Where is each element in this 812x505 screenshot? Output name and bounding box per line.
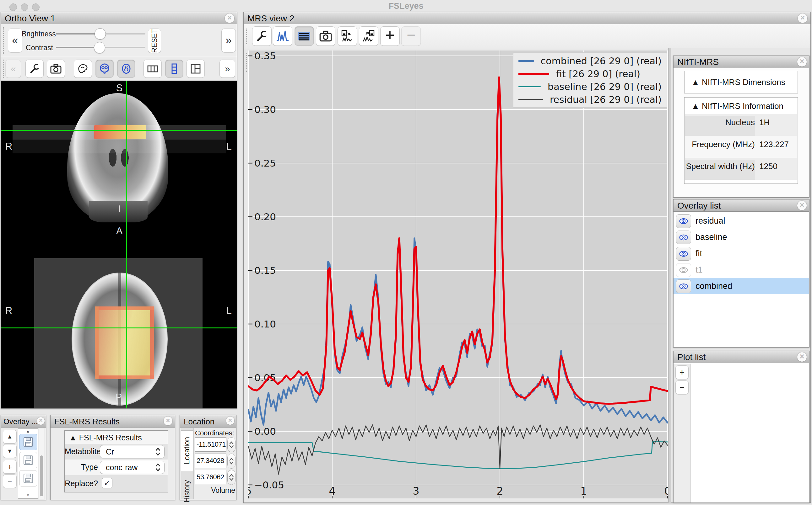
- crosshair-horizontal-coronal: [1, 130, 237, 131]
- coordinate-y-stepper[interactable]: [227, 454, 235, 469]
- close-icon[interactable]: ×: [797, 201, 807, 210]
- plot-list-header[interactable]: Plot list ×: [674, 351, 809, 363]
- toolbar-collapse-right-button[interactable]: »: [221, 28, 236, 52]
- overlay-row-t1[interactable]: t1: [674, 262, 809, 278]
- toggle-coronal-button[interactable]: [96, 59, 114, 78]
- tab-history[interactable]: History: [181, 472, 193, 505]
- replace-checkbox[interactable]: ✓: [102, 478, 112, 488]
- visibility-toggle[interactable]: [676, 280, 691, 293]
- plot-settings-button[interactable]: [252, 26, 271, 46]
- view-settings-button[interactable]: [25, 59, 44, 78]
- coordinate-x-field[interactable]: -11.51071: [195, 437, 226, 452]
- nifti-information-box[interactable]: ▲ NIfTI-MRS Information Nucleus 1H Frequ…: [684, 97, 798, 184]
- brightness-slider-handle[interactable]: [95, 28, 106, 39]
- overlay-row-combined[interactable]: combined: [674, 278, 809, 294]
- metabolite-select[interactable]: Cr: [100, 445, 164, 458]
- spectrum-plot[interactable]: 0.350.300.250.200.150.100.050.00−0.05543…: [248, 50, 668, 498]
- nifti-dimensions-box[interactable]: ▲ NIfTI-MRS Dimensions: [684, 71, 798, 94]
- contrast-slider-handle[interactable]: [94, 42, 105, 53]
- visibility-toggle[interactable]: [676, 214, 691, 228]
- close-icon[interactable]: ×: [797, 57, 807, 66]
- overlay-list-toggle-button[interactable]: [295, 26, 314, 46]
- spectrum-control-button[interactable]: [273, 26, 292, 46]
- add-plot-button[interactable]: +: [380, 26, 400, 46]
- plot-screenshot-button[interactable]: [316, 26, 335, 46]
- close-icon[interactable]: ×: [226, 416, 234, 425]
- layout-vertical-button[interactable]: [165, 59, 184, 78]
- overlay-item-label[interactable]: baseline: [696, 229, 727, 245]
- chevron-down-icon: [229, 445, 234, 449]
- location-header[interactable]: Location ×: [180, 415, 236, 428]
- import-data-series-button[interactable]: [338, 26, 357, 46]
- coordinate-x-stepper[interactable]: [227, 437, 235, 452]
- overlay-item-label[interactable]: t1: [696, 262, 703, 278]
- remove-plot-button[interactable]: −: [401, 26, 421, 46]
- layout-grid-button[interactable]: [187, 59, 205, 78]
- toolbar-grip-handle[interactable]: [3, 27, 6, 54]
- close-icon[interactable]: ×: [225, 13, 234, 23]
- nifti-dimensions-header[interactable]: ▲ NIfTI-MRS Dimensions: [691, 77, 785, 87]
- coordinate-y-field[interactable]: 27.34028: [195, 454, 226, 468]
- scroll-down-icon[interactable]: ▼: [18, 493, 38, 497]
- add-plot-list-button[interactable]: +: [675, 365, 689, 379]
- overlay-item-label[interactable]: residual: [696, 213, 725, 229]
- coordinate-z-field[interactable]: 53.76062: [195, 470, 226, 484]
- fsl-mrs-header[interactable]: FSL-MRS Results ×: [50, 415, 175, 428]
- metabolite-value: Cr: [100, 447, 155, 456]
- overlay-list-header[interactable]: Overlay list ×: [674, 199, 809, 212]
- mrs-voxel-overlay-axial: [95, 307, 154, 379]
- voxel-slab-band-lower: [13, 140, 226, 153]
- ortho-panel-header[interactable]: Ortho View 1 ×: [1, 12, 237, 24]
- mrs-panel-header[interactable]: MRS view 2 ×: [244, 12, 810, 24]
- scroll-up-icon[interactable]: ▲: [18, 429, 38, 434]
- overlay-display-header[interactable]: Overlay ... ×: [1, 415, 46, 428]
- toggle-axial-button[interactable]: [117, 59, 135, 78]
- type-select[interactable]: conc-raw: [100, 461, 164, 474]
- nifti-information-header[interactable]: ▲ NIfTI-MRS Information: [691, 101, 784, 111]
- toolbar-grip-handle[interactable]: [246, 28, 249, 44]
- reset-button[interactable]: RESET: [148, 28, 161, 53]
- save-overlay-item-selected[interactable]: [19, 434, 37, 450]
- toggle-sagittal-button[interactable]: [74, 59, 92, 78]
- scrollbar-thumb[interactable]: [40, 456, 43, 496]
- save-overlay-item[interactable]: [19, 452, 37, 468]
- close-icon[interactable]: ×: [163, 416, 172, 425]
- history-back-button[interactable]: «: [5, 59, 21, 78]
- close-icon[interactable]: ×: [797, 352, 807, 362]
- overlay-add-button[interactable]: +: [3, 460, 17, 474]
- overlay-row-baseline[interactable]: baseline: [674, 229, 809, 245]
- overlay-down-button[interactable]: ▼: [3, 444, 17, 458]
- fsl-mrs-section-header[interactable]: ▲ FSL-MRS Results: [69, 433, 142, 442]
- remove-plot-list-button[interactable]: −: [675, 380, 689, 394]
- toolbar-collapse-right-button[interactable]: »: [220, 59, 235, 78]
- overlay-remove-button[interactable]: −: [3, 474, 17, 488]
- overlay-up-button[interactable]: ▲: [3, 430, 17, 444]
- export-data-series-button[interactable]: [359, 26, 378, 46]
- visibility-toggle[interactable]: [676, 230, 691, 244]
- toolbar-collapse-left-button[interactable]: «: [8, 28, 22, 52]
- close-icon[interactable]: ×: [798, 13, 807, 23]
- visibility-toggle[interactable]: [676, 263, 691, 277]
- info-row-nucleus: Nucleus 1H: [685, 114, 797, 136]
- nifti-panel-header[interactable]: NIfTI-MRS ×: [674, 56, 809, 68]
- panel-sash[interactable]: [668, 48, 671, 503]
- screenshot-button[interactable]: [47, 59, 65, 78]
- up-arrow-icon: ▲: [7, 434, 13, 440]
- overlay-row-fit[interactable]: fit: [674, 245, 809, 262]
- visibility-toggle[interactable]: [676, 247, 691, 261]
- overlay-display-panel: Overlay ... × ▲ ▼ + − ▲ ▼: [1, 415, 46, 500]
- legend-item-residual: residual [26 29 0] (real): [513, 93, 667, 106]
- tab-location[interactable]: Location: [181, 430, 193, 471]
- overlay-list-scrollbar[interactable]: [39, 429, 44, 499]
- close-icon[interactable]: ×: [37, 417, 44, 425]
- spectrum-icon: [276, 30, 289, 42]
- overlay-item-label[interactable]: combined: [696, 278, 732, 294]
- save-overlay-item[interactable]: [19, 470, 37, 487]
- ortho-view-panel: Ortho View 1 × « Brightness Contrast RES…: [1, 12, 237, 409]
- layout-horizontal-button[interactable]: [143, 59, 162, 78]
- svg-text:0.10: 0.10: [254, 318, 276, 330]
- overlay-item-label[interactable]: fit: [696, 245, 702, 262]
- ortho-canvas[interactable]: S I A R L R L P: [1, 80, 237, 408]
- overlay-row-residual[interactable]: residual: [674, 213, 809, 229]
- coordinate-z-stepper[interactable]: [227, 470, 235, 485]
